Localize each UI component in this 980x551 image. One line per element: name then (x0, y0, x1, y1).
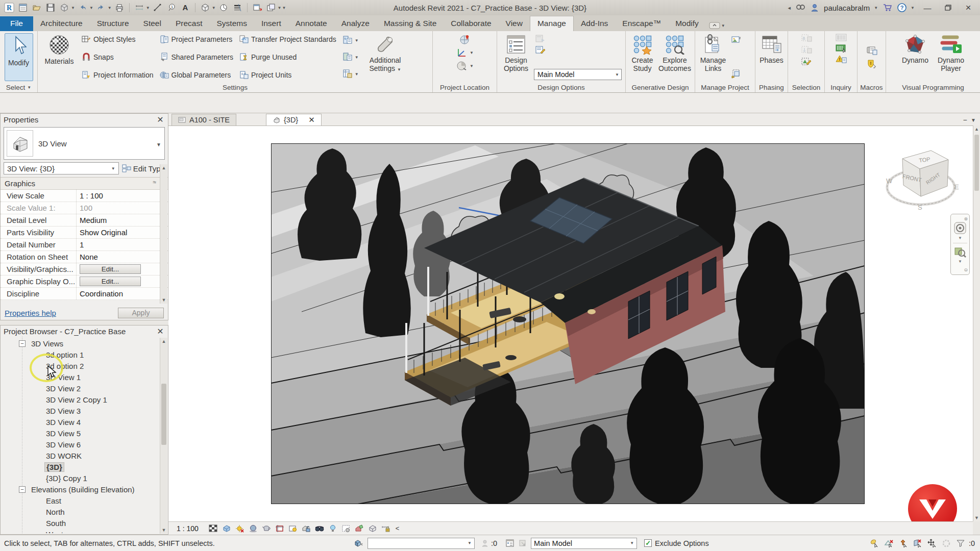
tab-annotate[interactable]: Annotate (288, 16, 334, 31)
tab-modify[interactable]: Modify (668, 16, 706, 31)
transfer-project-standards-button[interactable]: Transfer Project Standards (237, 34, 338, 44)
dynamo-button[interactable]: Dynamo (898, 33, 932, 81)
tree-group-elevations[interactable]: − Elevations (Building Elevation) (1, 484, 168, 495)
tree-item[interactable]: {3D} Copy 1 (1, 472, 168, 484)
tab-list-chevron-icon[interactable]: ▼ (971, 117, 976, 123)
render-icon[interactable] (261, 523, 272, 534)
user-icon[interactable] (811, 4, 819, 12)
macro-security-button[interactable]: ! (865, 59, 878, 69)
panel-label-select[interactable]: Select▼ (0, 82, 37, 92)
revit-logo-icon[interactable]: R (3, 2, 15, 14)
crop-view-icon[interactable] (274, 523, 285, 534)
add-to-set-icon[interactable] (517, 538, 529, 549)
starting-view-button[interactable] (730, 69, 743, 79)
compass-west[interactable]: W (886, 177, 893, 185)
design-options-status-icon[interactable] (504, 538, 517, 549)
property-row[interactable]: Parts VisibilityShow Original (1, 227, 168, 239)
aligned-dimension-icon[interactable] (152, 2, 164, 14)
view-tab-close-icon[interactable]: ✕ (308, 115, 315, 124)
dynamo-player-button[interactable]: DynamoPlayer (934, 33, 968, 81)
redo-dropdown[interactable]: ▼ (108, 6, 112, 10)
text-icon[interactable]: A (179, 2, 191, 14)
structural-settings-button[interactable]: 5 ▼ (341, 35, 360, 45)
app-store-cart-icon[interactable] (883, 4, 892, 12)
collapse-icon[interactable]: − (19, 340, 26, 347)
active-design-option-status-select[interactable]: Main Model▼ (531, 538, 637, 549)
project-browser-close-icon[interactable]: ✕ (156, 327, 165, 336)
project-information-button[interactable]: Project Information (80, 70, 156, 80)
tab-massing-site[interactable]: Massing & Site (377, 16, 444, 31)
thin-lines-icon[interactable] (231, 2, 243, 14)
sun-path-icon[interactable] (234, 523, 246, 534)
tab-manage[interactable]: Manage (530, 16, 574, 31)
undo-dropdown[interactable]: ▼ (89, 6, 93, 10)
property-row[interactable]: Detail LevelMedium (1, 214, 168, 227)
temporary-hide-isolate-icon[interactable] (314, 523, 325, 534)
tree-item[interactable]: 3D View 3 (1, 405, 168, 416)
phases-button[interactable]: Phases (758, 33, 786, 81)
explore-outcomes-button[interactable]: ExploreOutcomes (658, 33, 692, 81)
purge-unused-button[interactable]: Purge Unused (237, 52, 338, 62)
warnings-button[interactable]: ! (834, 55, 848, 64)
create-study-button[interactable]: CreateStudy (629, 33, 656, 81)
print-icon[interactable] (113, 2, 126, 14)
tab-file[interactable]: File (0, 16, 33, 31)
pick-to-edit-button[interactable] (534, 34, 547, 43)
minimize-button[interactable]: — (920, 2, 935, 14)
select-underlay-toggle-icon[interactable] (883, 538, 895, 549)
redo-icon[interactable] (95, 2, 107, 14)
worksets-icon[interactable] (352, 538, 364, 549)
tab-analyze[interactable]: Analyze (334, 16, 377, 31)
load-selection-button[interactable] (799, 45, 814, 55)
project-units-button[interactable]: 0.0 Project Units (237, 70, 338, 80)
sync-dropdown[interactable]: ▼ (71, 6, 75, 10)
macro-manager-button[interactable] (865, 45, 879, 56)
edit-type-button[interactable]: Edit Type (122, 164, 165, 173)
tree-item-3d-selected[interactable]: {3D} (1, 461, 168, 472)
tree-item[interactable]: North (1, 506, 168, 517)
tag-icon[interactable]: 1 (165, 2, 178, 14)
tab-structure[interactable]: Structure (90, 16, 136, 31)
tree-item[interactable]: 3D View 1 (1, 371, 168, 383)
switch-windows-icon[interactable] (265, 2, 277, 14)
collapse-icon[interactable]: − (19, 486, 26, 493)
tab-collaborate[interactable]: Collaborate (444, 16, 498, 31)
tree-item[interactable]: 3D View 4 (1, 416, 168, 428)
tab-enscape[interactable]: Enscape™ (615, 16, 668, 31)
select-pinned-toggle-icon[interactable] (897, 538, 910, 549)
zoom-button[interactable] (953, 245, 967, 258)
tree-item[interactable]: 3D View 5 (1, 428, 168, 439)
close-button[interactable]: × (961, 2, 976, 14)
wheel-dropdown[interactable]: ▼ (958, 236, 962, 240)
select-by-face-toggle-icon[interactable] (912, 538, 924, 549)
measure-icon[interactable] (133, 2, 145, 14)
tab-architecture[interactable]: Architecture (33, 16, 90, 31)
shared-parameters-button[interactable]: Shared Parameters (158, 52, 235, 62)
mep-settings-button[interactable]: ▼ (341, 52, 360, 62)
shadows-icon[interactable] (248, 523, 259, 534)
back-arrow-icon[interactable]: ◂ (788, 5, 791, 11)
close-hidden-windows-icon[interactable]: ✕ (251, 2, 263, 14)
properties-help-link[interactable]: Properties help (5, 309, 56, 317)
coordinates-button[interactable]: ▼ (454, 46, 475, 59)
viewbar-collapse-chevron[interactable]: < (396, 524, 400, 532)
exclude-options-checkbox[interactable]: ✓ (644, 539, 652, 547)
type-selector[interactable]: 3D View ▼ (4, 127, 165, 160)
property-row[interactable]: Detail Number1 (1, 239, 168, 251)
unlocked-3d-view-icon[interactable] (301, 523, 312, 534)
measure-dropdown[interactable]: ▼ (146, 6, 150, 10)
properties-scrollbar[interactable]: ▲▼ (160, 164, 167, 304)
tab-steel[interactable]: Steel (136, 16, 168, 31)
snaps-button[interactable]: Snaps (80, 52, 156, 62)
drag-on-selection-toggle-icon[interactable] (926, 538, 938, 549)
object-styles-button[interactable]: Object Styles (80, 34, 156, 44)
view-scale-button[interactable]: 1 : 100 (177, 524, 199, 533)
workset-select[interactable]: ▼ (368, 538, 475, 549)
tab-precast[interactable]: Precast (168, 16, 210, 31)
tree-item[interactable]: 3d option 1 (1, 349, 168, 360)
tab-view[interactable]: View (499, 16, 530, 31)
tree-item[interactable]: East (1, 495, 168, 506)
default-3d-view-icon[interactable] (199, 2, 211, 14)
ids-of-selection-button[interactable] (834, 33, 848, 42)
navbar-close-icon[interactable]: ⊗ (964, 216, 968, 221)
